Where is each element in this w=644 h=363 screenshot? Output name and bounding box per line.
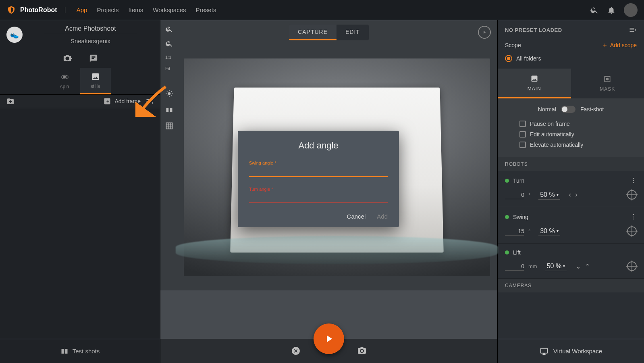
comment-icon[interactable] xyxy=(89,54,98,63)
chevron-down-icon[interactable]: ⌄ xyxy=(575,263,581,270)
target-icon[interactable] xyxy=(627,226,637,236)
target-icon[interactable] xyxy=(627,190,637,200)
play-outline-button[interactable] xyxy=(478,26,491,39)
turn-angle-input[interactable] xyxy=(249,192,388,203)
svg-point-7 xyxy=(606,78,609,81)
shot-mode-toggle[interactable] xyxy=(561,106,575,113)
virtual-workspace-button[interactable]: Virtual Workspace xyxy=(498,339,644,363)
compare-icon xyxy=(60,347,69,355)
collapse-icon[interactable] xyxy=(629,26,637,34)
camera-dropdown-icon[interactable] xyxy=(62,54,73,63)
section-cameras: CAMERAS xyxy=(498,279,644,292)
nav-projects[interactable]: Projects xyxy=(97,6,118,13)
radio-all-folders[interactable] xyxy=(505,55,512,62)
status-dot xyxy=(505,250,509,255)
image-icon xyxy=(91,72,100,81)
avatar[interactable] xyxy=(624,3,638,17)
edit-tab[interactable]: EDIT xyxy=(337,25,369,40)
mode-tab-spin[interactable]: 3D spin xyxy=(50,68,80,94)
chevron-right-icon[interactable]: › xyxy=(575,191,577,198)
nav-links: Projects Items Workspaces Presets xyxy=(97,6,216,13)
modal-cancel-button[interactable]: Cancel xyxy=(347,213,366,220)
status-dot xyxy=(505,215,509,219)
top-right xyxy=(590,3,638,17)
chevron-left-icon[interactable]: ‹ xyxy=(569,191,571,198)
svg-rect-4 xyxy=(170,108,172,112)
nav-workspaces[interactable]: Workspaces xyxy=(153,6,186,13)
item-name: Sneakersgenix xyxy=(27,38,154,44)
brand-icon xyxy=(6,5,16,15)
add-frame-button[interactable]: Add frame xyxy=(103,97,141,105)
tab-main[interactable]: MAIN xyxy=(498,69,571,98)
robot-turn: Turn ⋮ 0 ° 50 % ▾ ‹ › xyxy=(498,171,644,207)
swing-speed[interactable]: 30 % ▾ xyxy=(538,227,560,236)
robot-menu-icon[interactable]: ⋮ xyxy=(630,177,637,184)
scope-label: Scope xyxy=(505,42,521,48)
modal-title: Add angle xyxy=(249,140,388,151)
check-elevate-auto[interactable] xyxy=(519,142,526,148)
brand-name: PhotoRobot xyxy=(20,6,57,14)
add-folder-icon[interactable] xyxy=(6,97,15,105)
logo[interactable]: PhotoRobot | App xyxy=(6,5,87,15)
zoom-in-button[interactable] xyxy=(164,23,175,35)
add-image-icon xyxy=(103,97,111,105)
monitor-icon xyxy=(540,347,548,356)
nav-items[interactable]: Items xyxy=(129,6,143,13)
section-robots: ROBOTS xyxy=(498,157,644,171)
turn-value[interactable]: 0 xyxy=(505,191,524,199)
svg-point-2 xyxy=(168,92,171,95)
mode-normal: Normal xyxy=(538,106,556,113)
svg-rect-3 xyxy=(166,108,169,112)
cancel-circle-icon[interactable] xyxy=(291,346,301,356)
project-title: Acme Photoshoot xyxy=(27,25,154,32)
swing-angle-label: Swing angle * xyxy=(249,161,388,165)
chevron-up-icon[interactable]: ⌃ xyxy=(585,263,590,270)
search-icon[interactable] xyxy=(590,6,599,15)
mode-tab-stills[interactable]: stills xyxy=(80,68,111,94)
test-shots-button[interactable]: Test shots xyxy=(0,339,160,363)
check-pause[interactable] xyxy=(519,121,526,127)
zoom-1to1[interactable]: 1:1 xyxy=(164,54,175,60)
modal-add-button[interactable]: Add xyxy=(377,213,388,220)
zoom-fit[interactable]: Fit xyxy=(164,65,175,72)
svg-rect-5 xyxy=(166,123,172,129)
radio-all-folders-label: All folders xyxy=(516,55,541,62)
top-bar: PhotoRobot | App Projects Items Workspac… xyxy=(0,0,644,20)
check-edit-auto[interactable] xyxy=(519,131,526,138)
swing-angle-input[interactable] xyxy=(249,165,388,177)
spin-icon: 3D xyxy=(60,73,69,81)
camera-icon[interactable] xyxy=(357,346,367,356)
separator: | xyxy=(64,6,66,14)
target-icon[interactable] xyxy=(627,261,637,271)
add-frame-label: Add frame xyxy=(114,98,141,104)
add-angle-modal: Add angle Swing angle * Turn angle * Can… xyxy=(238,131,399,227)
sort-icon[interactable] xyxy=(145,97,154,105)
status-dot xyxy=(505,179,509,183)
tab-mask[interactable]: MASK xyxy=(571,69,644,98)
turn-angle-label: Turn angle * xyxy=(249,187,388,192)
robot-menu-icon[interactable]: ⋮ xyxy=(630,213,637,221)
robot-swing: Swing ⋮ 15 ° 30 % ▾ xyxy=(498,207,644,244)
turn-speed[interactable]: 50 % ▾ xyxy=(538,190,560,200)
robot-lift: Lift 0 mm 50 % ▾ ⌄ ⌃ xyxy=(498,244,644,279)
big-play-button[interactable] xyxy=(314,323,344,354)
preset-status: NO PRESET LOADED xyxy=(505,27,562,33)
svg-text:3D: 3D xyxy=(63,76,66,78)
brightness-tool[interactable] xyxy=(164,88,175,99)
swing-value[interactable]: 15 xyxy=(505,227,524,236)
left-sidebar: 👟 Acme Photoshoot Sneakersgenix 3D spin … xyxy=(0,20,160,363)
lift-value[interactable]: 0 xyxy=(505,262,524,271)
grid-tool[interactable] xyxy=(164,120,175,131)
project-avatar[interactable]: 👟 xyxy=(6,27,23,43)
app-label: App xyxy=(77,6,87,13)
add-scope-button[interactable]: Add scope xyxy=(602,42,637,48)
nav-presets[interactable]: Presets xyxy=(196,6,216,13)
zoom-out-button[interactable] xyxy=(164,38,175,49)
capture-tab[interactable]: CAPTURE xyxy=(289,25,337,40)
right-panel: NO PRESET LOADED Scope Add scope All fol… xyxy=(497,20,644,363)
bell-icon[interactable] xyxy=(607,6,616,15)
lift-speed[interactable]: 50 % ▾ xyxy=(545,262,567,271)
capture-edit-tabs: CAPTURE EDIT xyxy=(289,25,369,40)
mode-fast: Fast-shot xyxy=(580,106,604,113)
compare-tool[interactable] xyxy=(164,104,175,115)
